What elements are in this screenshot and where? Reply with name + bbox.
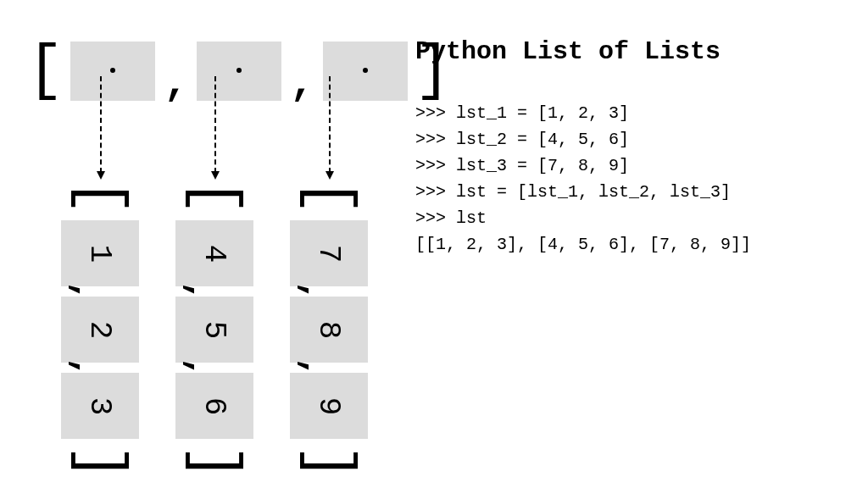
comma-0: , [160,63,192,103]
comma: , [80,358,86,378]
cell-value: 7 [311,244,346,263]
cell: 9 [290,373,368,439]
code-line: >>> lst_2 = [4, 5, 6] [415,130,629,149]
cell-value: 2 [82,320,117,339]
outer-box-2 [323,42,408,101]
cell: 6 [175,373,253,439]
outer-list: [ , , ] [25,41,453,102]
cell: 8 [290,297,368,363]
cell-value: 8 [311,320,346,339]
arrow-0 [100,76,102,173]
sublist-1: [ 4 , 5 , 6 ] [175,176,253,483]
cell: 4 [175,220,253,286]
code-line: [[1, 2, 3], [4, 5, 6], [7, 8, 9]] [415,235,751,254]
open-bracket: [ [85,178,115,214]
comma-1: , [287,63,318,103]
cell: 2 [61,297,139,363]
open-bracket: [ [314,178,344,214]
cell: 3 [61,373,139,439]
outer-box-0 [70,42,155,101]
arrow-1 [214,76,216,173]
code-block: >>> lst_1 = [1, 2, 3] >>> lst_2 = [4, 5,… [415,100,751,258]
cell-value: 4 [197,244,231,263]
cell-value: 5 [197,320,231,339]
comma: , [194,281,201,302]
code-line: >>> lst_1 = [1, 2, 3] [415,103,629,123]
open-bracket: [ [199,178,230,214]
cell-value: 3 [82,396,117,415]
cell-value: 6 [197,396,231,415]
reference-dot-icon [236,68,242,73]
reference-dot-icon [363,68,368,73]
comma: , [309,281,315,302]
sublist-2: [ 7 , 8 , 9 ] [290,176,368,483]
reference-dot-icon [110,68,115,73]
close-bracket: ] [199,444,230,480]
close-bracket: ] [314,444,344,480]
cell: 1 [61,220,139,286]
cell: 7 [290,220,368,286]
open-bracket: [ [25,41,65,102]
page-title: Python List of Lists [415,37,721,66]
comma: , [80,281,86,302]
cell: 5 [175,297,253,363]
cell-value: 1 [82,244,117,263]
close-bracket: ] [85,444,115,480]
code-line: >>> lst_3 = [7, 8, 9] [415,156,629,175]
comma: , [194,358,201,378]
code-line: >>> lst = [lst_1, lst_2, lst_3] [415,182,731,202]
arrow-2 [329,76,331,173]
code-line: >>> lst [415,208,487,228]
outer-box-1 [197,42,281,101]
cell-value: 9 [311,396,346,415]
comma: , [309,358,315,378]
sublist-0: [ 1 , 2 , 3 ] [61,176,139,483]
